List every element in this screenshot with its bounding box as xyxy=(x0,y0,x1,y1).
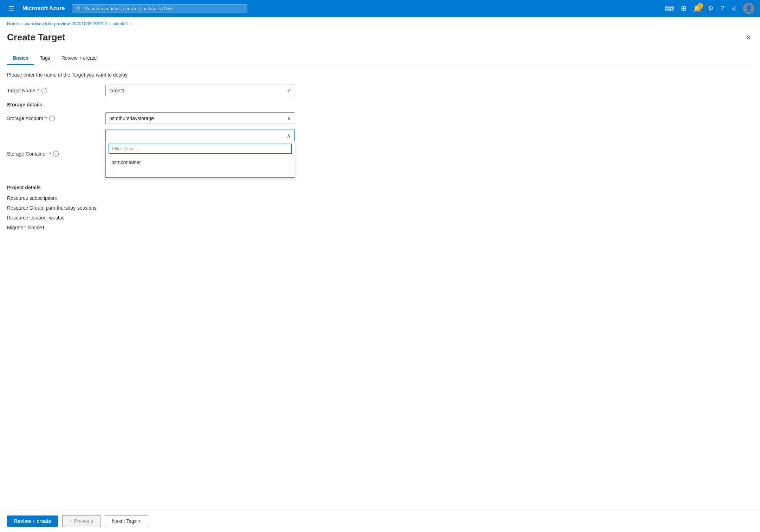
project-details-section: Project details Resource subscription: R… xyxy=(7,185,753,230)
migrator-label: Migrator: simple1 xyxy=(7,225,45,230)
review-create-button[interactable]: Review + create xyxy=(7,515,58,527)
nav-icons: ⌨ ⊞ 🔔 1 ⚙ ? ☺ 👤 xyxy=(662,2,754,14)
cloud-shell-button[interactable]: ⌨ xyxy=(662,2,677,14)
target-name-input-wrapper: ✓ xyxy=(105,85,295,96)
dropdown-truncated: ... xyxy=(106,168,295,177)
storage-container-label-col: Storage Container * i xyxy=(7,151,105,157)
search-icon: 🔍 xyxy=(76,6,82,11)
tab-review-create[interactable]: Review + create xyxy=(56,52,103,65)
chevron-down-icon: ∨ xyxy=(287,115,291,121)
previous-button[interactable]: < Previous xyxy=(62,515,100,527)
resource-location-label: Resource location: westus xyxy=(7,215,64,221)
target-name-required: * xyxy=(37,88,39,93)
settings-button[interactable]: ⚙ xyxy=(705,2,716,14)
breadcrumb-current[interactable]: simple1 xyxy=(112,21,128,26)
storage-container-required: * xyxy=(49,151,51,157)
chevron-up-icon: ∧ xyxy=(287,132,291,139)
target-name-info-icon[interactable]: i xyxy=(41,88,47,93)
form-subtitle: Please enter the name of the Target you … xyxy=(7,72,753,78)
target-name-label-col: Target Name * i xyxy=(7,88,105,93)
target-name-row: Target Name * i ✓ xyxy=(7,85,753,96)
tabs-container: Basics Tags Review + create xyxy=(7,52,753,65)
target-name-checkmark: ✓ xyxy=(287,87,291,94)
portal-menu-button[interactable]: ⊞ xyxy=(678,2,689,14)
brand-name: Microsoft Azure xyxy=(22,5,65,12)
target-name-control-col: ✓ xyxy=(105,85,295,96)
storage-account-control-col: psmthursdaystorage ∨ xyxy=(105,112,295,124)
resource-subscription-label: Resource subscription: xyxy=(7,195,57,201)
migrator-row: Migrator: simple1 xyxy=(7,225,753,230)
notifications-button[interactable]: 🔔 1 xyxy=(690,2,704,14)
breadcrumb-sep-1: › xyxy=(21,21,23,26)
target-name-input[interactable] xyxy=(109,88,284,93)
storage-container-dropdown[interactable]: ∧ xyxy=(105,130,295,141)
avatar-icon: 👤 xyxy=(745,4,753,13)
page-title: Create Target xyxy=(7,32,65,43)
breadcrumb-resource[interactable]: wandisco.ldm-preview-20201005155212 xyxy=(25,21,107,26)
resource-group-label: Resource Group: psm-thursday-sessions xyxy=(7,205,96,211)
filter-input-wrap xyxy=(106,141,295,157)
resource-group-row: Resource Group: psm-thursday-sessions xyxy=(7,205,753,211)
feedback-button[interactable]: ☺ xyxy=(728,3,740,14)
storage-account-required: * xyxy=(45,116,47,121)
storage-container-label: Storage Container xyxy=(7,151,47,157)
help-button[interactable]: ? xyxy=(718,3,727,14)
storage-container-control-col: ∧ psmcontainer ... xyxy=(105,130,295,178)
form-area: Basics Tags Review + create Please enter… xyxy=(0,43,760,510)
target-name-label: Target Name xyxy=(7,88,35,93)
hamburger-menu-button[interactable]: ☰ xyxy=(6,2,17,14)
search-input[interactable] xyxy=(85,6,243,11)
storage-account-dropdown[interactable]: psmthursdaystorage ∨ xyxy=(105,112,295,124)
user-avatar-button[interactable]: 👤 xyxy=(743,3,754,14)
storage-account-label: Storage Account xyxy=(7,116,43,121)
main-area: Home › wandisco.ldm-preview-202010051552… xyxy=(0,17,760,532)
tab-basics[interactable]: Basics xyxy=(7,52,34,65)
storage-container-row: Storage Container * i ∧ psmcontainer ... xyxy=(7,130,753,178)
tab-tags[interactable]: Tags xyxy=(34,52,56,65)
breadcrumb-sep-3: › xyxy=(130,21,132,26)
dropdown-item-psmcontainer[interactable]: psmcontainer xyxy=(106,157,295,168)
storage-account-value: psmthursdaystorage xyxy=(109,116,154,121)
project-details-heading: Project details xyxy=(7,185,753,190)
storage-container-dropdown-panel: psmcontainer ... xyxy=(105,141,295,178)
filter-input[interactable] xyxy=(109,144,292,154)
storage-account-info-icon[interactable]: i xyxy=(49,116,55,121)
breadcrumb: Home › wandisco.ldm-preview-202010051552… xyxy=(0,17,760,26)
search-box: 🔍 xyxy=(72,4,247,13)
resource-subscription-row: Resource subscription: xyxy=(7,195,753,201)
footer: Review + create < Previous Next : Tags > xyxy=(0,510,760,532)
resource-location-row: Resource location: westus xyxy=(7,215,753,221)
storage-account-row: Storage Account * i psmthursdaystorage ∨ xyxy=(7,112,753,124)
top-navigation: ☰ Microsoft Azure 🔍 ⌨ ⊞ 🔔 1 ⚙ ? ☺ 👤 xyxy=(0,0,760,17)
notification-badge: 1 xyxy=(697,3,703,9)
next-button[interactable]: Next : Tags > xyxy=(105,515,148,527)
close-button[interactable]: ✕ xyxy=(744,32,753,43)
page-header: Create Target ✕ xyxy=(0,26,760,43)
storage-container-info-icon[interactable]: i xyxy=(53,151,59,157)
storage-details-heading: Storage details xyxy=(7,102,753,107)
storage-account-label-col: Storage Account * i xyxy=(7,116,105,121)
breadcrumb-sep-2: › xyxy=(109,21,110,26)
breadcrumb-home[interactable]: Home xyxy=(7,21,19,26)
